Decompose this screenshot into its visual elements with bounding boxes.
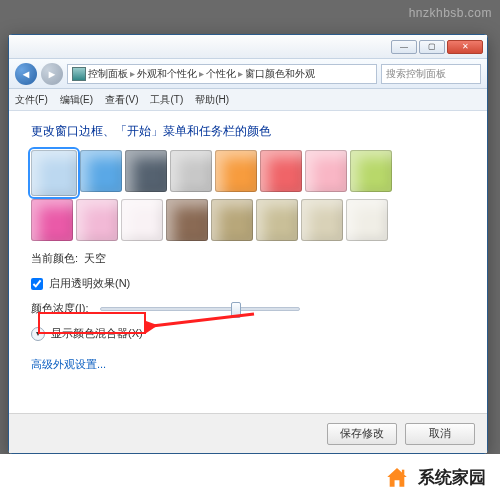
color-swatch[interactable] xyxy=(260,150,302,192)
current-color-value: 天空 xyxy=(84,251,106,266)
transparency-row: 启用透明效果(N) xyxy=(31,276,465,291)
color-swatch[interactable] xyxy=(121,199,163,241)
menu-view[interactable]: 查看(V) xyxy=(105,93,138,107)
intensity-label: 颜色浓度(I): xyxy=(31,301,88,316)
color-swatch[interactable] xyxy=(350,150,392,192)
forward-button[interactable]: ► xyxy=(41,63,63,85)
intensity-row: 颜色浓度(I): xyxy=(31,301,465,316)
house-logo-icon xyxy=(384,464,410,490)
close-button[interactable]: ✕ xyxy=(447,40,483,54)
menu-bar: 文件(F) 编辑(E) 查看(V) 工具(T) 帮助(H) xyxy=(9,89,487,111)
page-heading: 更改窗口边框、「开始」菜单和任务栏的颜色 xyxy=(31,123,465,140)
color-swatch-grid xyxy=(31,150,411,241)
current-color-row: 当前颜色: 天空 xyxy=(31,251,465,266)
maximize-button[interactable]: ▢ xyxy=(419,40,445,54)
search-input[interactable]: 搜索控制面板 xyxy=(381,64,481,84)
svg-rect-1 xyxy=(402,470,404,475)
mixer-row[interactable]: ▾ 显示颜色混合器(X) xyxy=(31,326,465,341)
menu-file[interactable]: 文件(F) xyxy=(15,93,48,107)
transparency-label: 启用透明效果(N) xyxy=(49,276,130,291)
menu-edit[interactable]: 编辑(E) xyxy=(60,93,93,107)
color-swatch[interactable] xyxy=(166,199,208,241)
color-swatch[interactable] xyxy=(346,199,388,241)
color-swatch[interactable] xyxy=(211,199,253,241)
control-panel-window: — ▢ ✕ ◄ ► 控制面板▸ 外观和个性化▸ 个性化▸ 窗口颜色和外观 搜索控… xyxy=(8,34,488,454)
back-button[interactable]: ◄ xyxy=(15,63,37,85)
search-placeholder: 搜索控制面板 xyxy=(386,67,446,81)
color-swatch[interactable] xyxy=(80,150,122,192)
dialog-footer: 保存修改 取消 xyxy=(9,413,487,453)
bc-control-panel[interactable]: 控制面板 xyxy=(88,67,128,81)
mixer-label: 显示颜色混合器(X) xyxy=(51,326,143,341)
nav-bar: ◄ ► 控制面板▸ 外观和个性化▸ 个性化▸ 窗口颜色和外观 搜索控制面板 xyxy=(9,59,487,89)
brand-text: 系统家园 xyxy=(418,466,486,489)
color-swatch[interactable] xyxy=(31,150,77,196)
bc-appearance[interactable]: 外观和个性化 xyxy=(137,67,197,81)
slider-thumb[interactable] xyxy=(231,302,241,318)
watermark-text: hnzkhbsb.com xyxy=(409,6,492,20)
color-swatch[interactable] xyxy=(125,150,167,192)
content-area: 更改窗口边框、「开始」菜单和任务栏的颜色 当前颜色: 天空 启用透明效果(N) … xyxy=(9,111,487,413)
color-swatch[interactable] xyxy=(305,150,347,192)
menu-tools[interactable]: 工具(T) xyxy=(150,93,183,107)
titlebar: — ▢ ✕ xyxy=(9,35,487,59)
advanced-appearance-link[interactable]: 高级外观设置... xyxy=(31,357,106,372)
chevron-down-icon: ▾ xyxy=(31,327,45,341)
color-swatch[interactable] xyxy=(170,150,212,192)
control-panel-icon xyxy=(72,67,86,81)
intensity-slider[interactable] xyxy=(100,307,300,311)
minimize-button[interactable]: — xyxy=(391,40,417,54)
color-swatch[interactable] xyxy=(31,199,73,241)
breadcrumb[interactable]: 控制面板▸ 外观和个性化▸ 个性化▸ 窗口颜色和外观 xyxy=(67,64,377,84)
current-color-label: 当前颜色: xyxy=(31,251,78,266)
color-swatch[interactable] xyxy=(256,199,298,241)
brand-footer: 系统家园 xyxy=(0,454,500,500)
cancel-button[interactable]: 取消 xyxy=(405,423,475,445)
bc-window-color[interactable]: 窗口颜色和外观 xyxy=(245,67,315,81)
color-swatch[interactable] xyxy=(76,199,118,241)
save-button[interactable]: 保存修改 xyxy=(327,423,397,445)
transparency-checkbox[interactable] xyxy=(31,278,43,290)
menu-help[interactable]: 帮助(H) xyxy=(195,93,229,107)
bc-personalization[interactable]: 个性化 xyxy=(206,67,236,81)
color-swatch[interactable] xyxy=(301,199,343,241)
color-swatch[interactable] xyxy=(215,150,257,192)
